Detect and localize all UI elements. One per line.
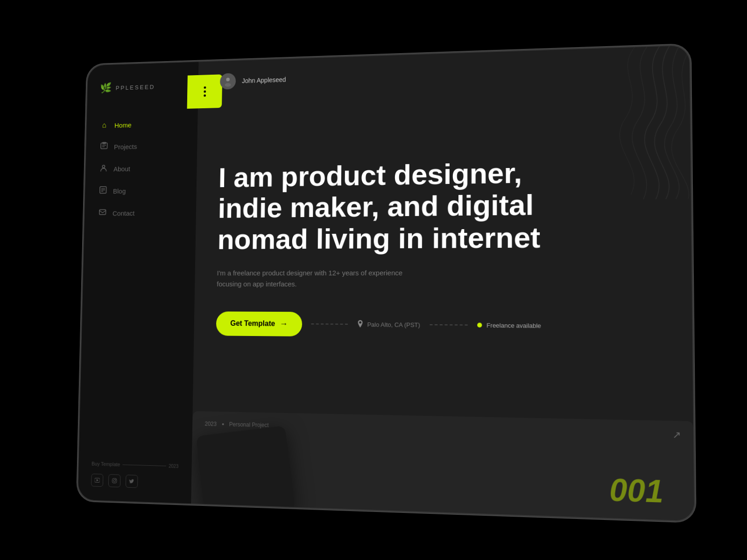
- cta-arrow-icon: →: [280, 319, 288, 329]
- nav-menu: ⌂ Home Projects: [79, 113, 198, 464]
- contact-icon: [98, 208, 107, 218]
- hero-subtitle: I'm a freelance product designer with 12…: [217, 267, 408, 290]
- project-card-dark: [196, 426, 296, 519]
- social-icon-youtube[interactable]: [91, 474, 103, 487]
- cta-divider-1: [311, 324, 348, 325]
- svg-marker-11: [97, 479, 99, 482]
- sidebar-item-label: Projects: [114, 142, 137, 150]
- hero-section: I am product designer, indie maker, and …: [193, 89, 693, 421]
- sidebar-item-contact[interactable]: Contact: [91, 202, 189, 224]
- location-area: Palo Alto, CA (PST): [357, 320, 420, 329]
- main-content: John Appleseed I am product designer, in…: [191, 45, 694, 521]
- logo-text: PPLESEED: [116, 84, 155, 91]
- freelance-text: Freelance available: [486, 322, 541, 329]
- home-icon: ⌂: [100, 121, 108, 130]
- cta-button-label: Get Template: [230, 319, 275, 328]
- logo-area: 🌿 PPLESEED: [87, 79, 198, 94]
- sidebar-item-label: Blog: [113, 187, 126, 195]
- hero-title: I am product designer, indie maker, and …: [217, 157, 541, 255]
- project-preview: 2023 Personal Project ↗ 001: [191, 411, 694, 521]
- location-icon: [357, 320, 364, 329]
- svg-rect-9: [99, 210, 106, 215]
- about-icon: [99, 164, 108, 174]
- user-name: John Appleseed: [242, 76, 286, 84]
- sidebar-item-about[interactable]: About: [92, 157, 190, 179]
- logo-icon: 🌿: [100, 82, 112, 94]
- svg-point-13: [113, 480, 116, 482]
- social-icon-instagram[interactable]: [108, 474, 121, 487]
- svg-point-15: [226, 77, 230, 81]
- social-icon-twitter[interactable]: [126, 475, 138, 488]
- blog-icon: [99, 186, 107, 196]
- sidebar-item-label: Contact: [113, 209, 135, 217]
- freelance-area: Freelance available: [477, 322, 541, 329]
- get-template-button[interactable]: Get Template →: [216, 311, 303, 336]
- sidebar-footer: Buy Template 2023: [78, 461, 191, 490]
- social-icons: [91, 474, 178, 489]
- svg-point-14: [115, 479, 116, 480]
- project-type: Personal Project: [229, 421, 269, 428]
- cta-divider-2: [430, 324, 467, 326]
- svg-point-16: [225, 83, 231, 87]
- footer-year: 2023: [169, 463, 178, 469]
- project-meta: 2023 Personal Project: [205, 420, 269, 428]
- projects-icon: [99, 142, 108, 152]
- location-text: Palo Alto, CA (PST): [367, 321, 420, 329]
- project-number: 001: [609, 472, 663, 510]
- svg-point-4: [102, 165, 105, 168]
- buy-template-text: Buy Template: [92, 461, 120, 468]
- cta-area: Get Template → Palo Alto, CA (PST): [216, 311, 667, 339]
- freelance-dot: [477, 323, 482, 328]
- screen: 🌿 PPLESEED ⌂ Home: [78, 45, 694, 521]
- svg-rect-12: [112, 478, 116, 483]
- project-link-icon[interactable]: ↗: [672, 429, 681, 441]
- project-separator: [222, 423, 224, 425]
- sidebar-item-blog[interactable]: Blog: [92, 180, 190, 202]
- avatar: [220, 73, 236, 90]
- project-year: 2023: [205, 420, 217, 427]
- sidebar-item-home[interactable]: ⌂ Home: [93, 113, 190, 135]
- divider-line: [123, 464, 166, 466]
- sidebar-item-label: Home: [114, 121, 132, 129]
- sidebar-item-projects[interactable]: Projects: [92, 135, 190, 157]
- tablet-frame: 🌿 PPLESEED ⌂ Home: [77, 44, 696, 523]
- sidebar-item-label: About: [113, 165, 130, 173]
- sidebar: 🌿 PPLESEED ⌂ Home: [78, 62, 199, 504]
